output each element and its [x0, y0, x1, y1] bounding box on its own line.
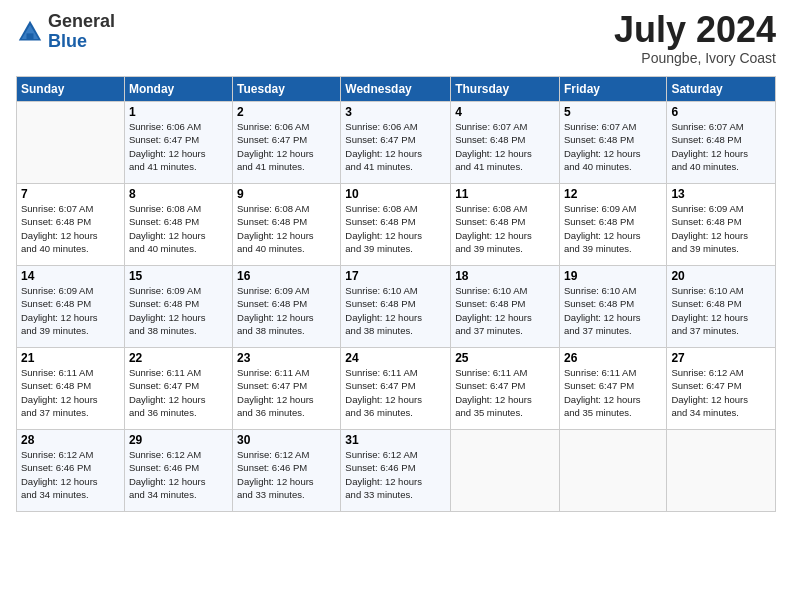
day-cell [559, 430, 666, 512]
day-number: 20 [671, 269, 771, 283]
day-cell: 5Sunrise: 6:07 AM Sunset: 6:48 PM Daylig… [559, 102, 666, 184]
day-cell: 16Sunrise: 6:09 AM Sunset: 6:48 PM Dayli… [233, 266, 341, 348]
day-number: 19 [564, 269, 662, 283]
location: Poungbe, Ivory Coast [614, 50, 776, 66]
day-info: Sunrise: 6:07 AM Sunset: 6:48 PM Dayligh… [671, 120, 771, 173]
week-row-5: 28Sunrise: 6:12 AM Sunset: 6:46 PM Dayli… [17, 430, 776, 512]
day-number: 26 [564, 351, 662, 365]
day-cell: 27Sunrise: 6:12 AM Sunset: 6:47 PM Dayli… [667, 348, 776, 430]
day-info: Sunrise: 6:07 AM Sunset: 6:48 PM Dayligh… [455, 120, 555, 173]
day-info: Sunrise: 6:11 AM Sunset: 6:47 PM Dayligh… [564, 366, 662, 419]
day-cell: 19Sunrise: 6:10 AM Sunset: 6:48 PM Dayli… [559, 266, 666, 348]
day-cell: 12Sunrise: 6:09 AM Sunset: 6:48 PM Dayli… [559, 184, 666, 266]
day-cell: 11Sunrise: 6:08 AM Sunset: 6:48 PM Dayli… [451, 184, 560, 266]
day-number: 23 [237, 351, 336, 365]
day-cell: 4Sunrise: 6:07 AM Sunset: 6:48 PM Daylig… [451, 102, 560, 184]
day-cell: 8Sunrise: 6:08 AM Sunset: 6:48 PM Daylig… [124, 184, 232, 266]
day-number: 17 [345, 269, 446, 283]
day-info: Sunrise: 6:11 AM Sunset: 6:48 PM Dayligh… [21, 366, 120, 419]
col-header-wednesday: Wednesday [341, 77, 451, 102]
day-cell: 17Sunrise: 6:10 AM Sunset: 6:48 PM Dayli… [341, 266, 451, 348]
day-cell [667, 430, 776, 512]
day-number: 18 [455, 269, 555, 283]
day-info: Sunrise: 6:12 AM Sunset: 6:47 PM Dayligh… [671, 366, 771, 419]
col-header-sunday: Sunday [17, 77, 125, 102]
day-number: 21 [21, 351, 120, 365]
day-number: 11 [455, 187, 555, 201]
day-cell [17, 102, 125, 184]
day-cell: 31Sunrise: 6:12 AM Sunset: 6:46 PM Dayli… [341, 430, 451, 512]
day-number: 4 [455, 105, 555, 119]
day-number: 24 [345, 351, 446, 365]
day-info: Sunrise: 6:08 AM Sunset: 6:48 PM Dayligh… [237, 202, 336, 255]
logo-general: General [48, 12, 115, 32]
day-info: Sunrise: 6:08 AM Sunset: 6:48 PM Dayligh… [129, 202, 228, 255]
logo-blue: Blue [48, 32, 115, 52]
day-info: Sunrise: 6:11 AM Sunset: 6:47 PM Dayligh… [129, 366, 228, 419]
calendar-table: SundayMondayTuesdayWednesdayThursdayFrid… [16, 76, 776, 512]
logo: General Blue [16, 12, 115, 52]
week-row-3: 14Sunrise: 6:09 AM Sunset: 6:48 PM Dayli… [17, 266, 776, 348]
day-info: Sunrise: 6:12 AM Sunset: 6:46 PM Dayligh… [129, 448, 228, 501]
day-info: Sunrise: 6:07 AM Sunset: 6:48 PM Dayligh… [21, 202, 120, 255]
day-cell: 3Sunrise: 6:06 AM Sunset: 6:47 PM Daylig… [341, 102, 451, 184]
day-info: Sunrise: 6:09 AM Sunset: 6:48 PM Dayligh… [21, 284, 120, 337]
col-header-tuesday: Tuesday [233, 77, 341, 102]
day-cell: 30Sunrise: 6:12 AM Sunset: 6:46 PM Dayli… [233, 430, 341, 512]
page: General Blue July 2024 Poungbe, Ivory Co… [0, 0, 792, 612]
day-number: 25 [455, 351, 555, 365]
day-number: 6 [671, 105, 771, 119]
col-header-monday: Monday [124, 77, 232, 102]
day-cell [451, 430, 560, 512]
day-cell: 1Sunrise: 6:06 AM Sunset: 6:47 PM Daylig… [124, 102, 232, 184]
logo-text: General Blue [48, 12, 115, 52]
col-header-thursday: Thursday [451, 77, 560, 102]
day-number: 13 [671, 187, 771, 201]
day-cell: 15Sunrise: 6:09 AM Sunset: 6:48 PM Dayli… [124, 266, 232, 348]
day-cell: 9Sunrise: 6:08 AM Sunset: 6:48 PM Daylig… [233, 184, 341, 266]
day-number: 10 [345, 187, 446, 201]
day-number: 1 [129, 105, 228, 119]
header: General Blue July 2024 Poungbe, Ivory Co… [16, 12, 776, 66]
day-number: 27 [671, 351, 771, 365]
day-cell: 29Sunrise: 6:12 AM Sunset: 6:46 PM Dayli… [124, 430, 232, 512]
col-header-saturday: Saturday [667, 77, 776, 102]
day-info: Sunrise: 6:10 AM Sunset: 6:48 PM Dayligh… [455, 284, 555, 337]
day-info: Sunrise: 6:12 AM Sunset: 6:46 PM Dayligh… [237, 448, 336, 501]
day-cell: 20Sunrise: 6:10 AM Sunset: 6:48 PM Dayli… [667, 266, 776, 348]
day-info: Sunrise: 6:09 AM Sunset: 6:48 PM Dayligh… [237, 284, 336, 337]
day-info: Sunrise: 6:08 AM Sunset: 6:48 PM Dayligh… [345, 202, 446, 255]
day-number: 12 [564, 187, 662, 201]
day-info: Sunrise: 6:10 AM Sunset: 6:48 PM Dayligh… [345, 284, 446, 337]
day-number: 15 [129, 269, 228, 283]
day-cell: 18Sunrise: 6:10 AM Sunset: 6:48 PM Dayli… [451, 266, 560, 348]
day-number: 14 [21, 269, 120, 283]
day-cell: 7Sunrise: 6:07 AM Sunset: 6:48 PM Daylig… [17, 184, 125, 266]
day-number: 7 [21, 187, 120, 201]
day-number: 22 [129, 351, 228, 365]
day-cell: 22Sunrise: 6:11 AM Sunset: 6:47 PM Dayli… [124, 348, 232, 430]
day-info: Sunrise: 6:10 AM Sunset: 6:48 PM Dayligh… [671, 284, 771, 337]
day-info: Sunrise: 6:12 AM Sunset: 6:46 PM Dayligh… [345, 448, 446, 501]
week-row-1: 1Sunrise: 6:06 AM Sunset: 6:47 PM Daylig… [17, 102, 776, 184]
day-number: 31 [345, 433, 446, 447]
day-number: 28 [21, 433, 120, 447]
day-info: Sunrise: 6:06 AM Sunset: 6:47 PM Dayligh… [129, 120, 228, 173]
day-info: Sunrise: 6:12 AM Sunset: 6:46 PM Dayligh… [21, 448, 120, 501]
svg-rect-2 [27, 33, 34, 39]
title-block: July 2024 Poungbe, Ivory Coast [614, 12, 776, 66]
day-number: 5 [564, 105, 662, 119]
day-number: 8 [129, 187, 228, 201]
day-info: Sunrise: 6:09 AM Sunset: 6:48 PM Dayligh… [129, 284, 228, 337]
day-cell: 21Sunrise: 6:11 AM Sunset: 6:48 PM Dayli… [17, 348, 125, 430]
day-info: Sunrise: 6:08 AM Sunset: 6:48 PM Dayligh… [455, 202, 555, 255]
day-cell: 28Sunrise: 6:12 AM Sunset: 6:46 PM Dayli… [17, 430, 125, 512]
col-header-friday: Friday [559, 77, 666, 102]
day-info: Sunrise: 6:10 AM Sunset: 6:48 PM Dayligh… [564, 284, 662, 337]
week-row-4: 21Sunrise: 6:11 AM Sunset: 6:48 PM Dayli… [17, 348, 776, 430]
header-row: SundayMondayTuesdayWednesdayThursdayFrid… [17, 77, 776, 102]
day-number: 2 [237, 105, 336, 119]
day-number: 30 [237, 433, 336, 447]
day-cell: 14Sunrise: 6:09 AM Sunset: 6:48 PM Dayli… [17, 266, 125, 348]
logo-icon [16, 18, 44, 46]
